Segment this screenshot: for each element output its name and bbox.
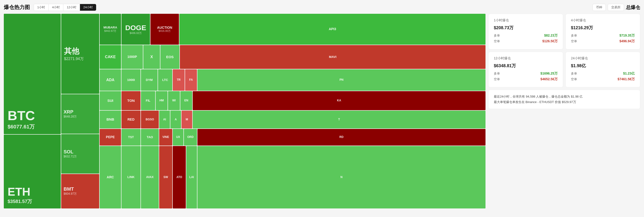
stat-4h-total: $1216.29万 [571,25,635,31]
cell-dym[interactable]: DYM [141,69,158,91]
sol-symbol: SOL [64,149,97,154]
cell-red[interactable]: RED [122,111,140,128]
cell-pn[interactable]: PN [198,69,486,91]
cell-x[interactable]: X [143,45,160,69]
cell-1000i[interactable]: 1000I [122,69,140,91]
stat-12h-short-value: $4652.56万 [540,77,558,82]
stat-1h-total: $208.73万 [494,25,558,31]
cell-wi[interactable]: WI [168,91,180,110]
stat-1h-long-label: 多单 [494,34,500,38]
summary-line1: 最近24小时，全球共有 94,598 人被爆仓，爆仓总金额为 $1.98 亿 [494,94,635,99]
tab-1h[interactable]: 1小时 [34,4,49,11]
cell-fil[interactable]: FIL [141,91,155,110]
cell-ada[interactable]: ADA [100,69,121,91]
toggle-exchange[interactable]: 交易所 [608,4,624,11]
cell-bgso[interactable]: BGSO [141,111,159,128]
row-4: TON FIL HM WI EN KA [122,91,486,110]
stat-1h-short-label: 空单 [494,39,500,44]
xrp-value: $648.28万 [64,115,97,119]
cell-ai[interactable]: AI [159,111,170,128]
cell-ux[interactable]: UX [173,129,184,146]
cell-arc[interactable]: ARC [100,146,121,208]
cell-a[interactable]: A [170,111,181,128]
row-7: LINK AVAX SW ATO LAI N [122,146,486,208]
cell-lai[interactable]: LAI [186,146,197,208]
xrp-symbol: XRP [64,109,97,115]
cell-ltc[interactable]: LTC [158,69,172,91]
tab-24h[interactable]: 24小时 [80,4,96,11]
cell-en[interactable]: EN [180,91,192,110]
cell-1000p[interactable]: 1000P [122,45,143,69]
qita-value: $2271.94万 [64,56,96,62]
stat-card-12h: 12小时爆仓 $6348.81万 多单 $1696.25万 空单 $4652.5… [488,52,563,87]
main-content: BTC $6077.61万 ETH $3581.57万 其他 $2271.94万… [4,14,640,208]
toggle-coin[interactable]: 币种 [592,4,606,11]
stat-24h-title: 24小时爆仓 [571,56,635,60]
stat-4h-long-value: $719.35万 [619,34,635,38]
stat-12h-title: 12小时爆仓 [494,56,558,60]
stat-24h-short-label: 空单 [571,77,577,82]
stat-12h-short-row: 空单 $4652.56万 [494,77,558,82]
stat-1h-short-value: $126.50万 [542,39,558,44]
cell-rd[interactable]: RD [198,129,486,146]
cell-pepe[interactable]: PEPE [100,129,121,146]
stat-card-1h: 1小时爆仓 $208.73万 多单 $82.23万 空单 $126.50万 [488,14,563,50]
cell-ton[interactable]: TON [122,91,140,110]
cell-ka[interactable]: KA [193,91,486,110]
stat-4h-long-row: 多单 $719.35万 [571,34,635,38]
cell-n[interactable]: N [198,146,486,208]
cell-eth[interactable]: ETH $3581.57万 [4,134,61,208]
stat-12h-short-label: 空单 [494,77,500,82]
stat-24h-long-value: $1.23亿 [623,72,635,76]
cell-t[interactable]: T [193,111,486,128]
cell-cake[interactable]: CAKE [100,45,121,69]
bmt-symbol: BMT [64,186,97,192]
cell-api3[interactable]: API3 [180,14,486,45]
stat-1h-long-value: $82.23万 [544,34,558,38]
cell-bmt[interactable]: BMT $604.97万 [61,174,99,208]
row-2: 1000P X EOS MAVI [122,45,486,69]
stat-4h-title: 4小时爆仓 [571,18,635,22]
cell-btc[interactable]: BTC $6077.61万 [4,14,61,134]
cell-vine[interactable]: VINE [159,129,172,146]
stats-panel: 1小时爆仓 $208.73万 多单 $82.23万 空单 $126.50万 4小… [488,14,640,208]
section-title: 总爆仓 [626,4,640,11]
cell-m[interactable]: M [182,111,192,128]
cell-ord[interactable]: ORD [184,129,197,146]
cell-tao[interactable]: TAO [141,129,159,146]
page-header: 爆仓热力图 1小时 4小时 12小时 24小时 币种 交易所 总爆仓 [4,4,640,11]
cell-sw[interactable]: SW [159,146,172,208]
stat-4h-short-value: $496.94万 [619,39,635,44]
cell-qita[interactable]: 其他 $2271.94万 [61,14,99,94]
sol-value: $632.71万 [64,154,97,158]
cell-sol[interactable]: SOL $632.71万 [61,134,99,174]
tab-4h[interactable]: 4小时 [49,4,63,11]
cell-ato[interactable]: ATO [173,146,186,208]
cell-avax[interactable]: AVAX [141,146,159,208]
cell-eos[interactable]: EOS [160,45,180,69]
stat-12h-long-row: 多单 $1696.25万 [494,72,558,76]
cell-mubara[interactable]: MUBARA $442.67万 [100,14,121,45]
heatmap-area: BTC $6077.61万 ETH $3581.57万 其他 $2271.94万… [4,14,486,208]
cell-auction[interactable]: AUCTION $416.00万 [150,14,179,45]
row-6: TST TAO VINE UX ORD RD [122,129,486,146]
btc-value: $6077.61万 [8,123,57,130]
cell-link[interactable]: LINK [122,146,140,208]
summary-card: 最近24小时，全球共有 94,598 人被爆仓，爆仓总金额为 $1.98 亿 最… [488,90,640,109]
row-3: 1000I DYM LTC TR FA PN [122,69,486,91]
stat-24h-short-row: 空单 $7461.58万 [571,77,635,82]
tab-12h[interactable]: 12小时 [63,4,80,11]
stat-12h-total: $6348.81万 [494,63,558,68]
cell-tst[interactable]: TST [122,129,140,146]
stat-24h-total: $1.98亿 [571,63,635,68]
cell-fa[interactable]: FA [185,69,197,91]
cell-xrp[interactable]: XRP $648.28万 [61,94,99,134]
cell-mavi[interactable]: MAVI [180,45,486,69]
stat-12h-long-value: $1696.25万 [540,72,558,76]
cell-sui[interactable]: SUI [100,91,121,110]
cell-bnb[interactable]: BNB [100,111,121,128]
eth-symbol: ETH [8,185,57,198]
cell-doge[interactable]: DOGE $436.02万 [122,14,150,45]
cell-hm[interactable]: HM [156,91,168,110]
cell-tr[interactable]: TR [173,69,184,91]
